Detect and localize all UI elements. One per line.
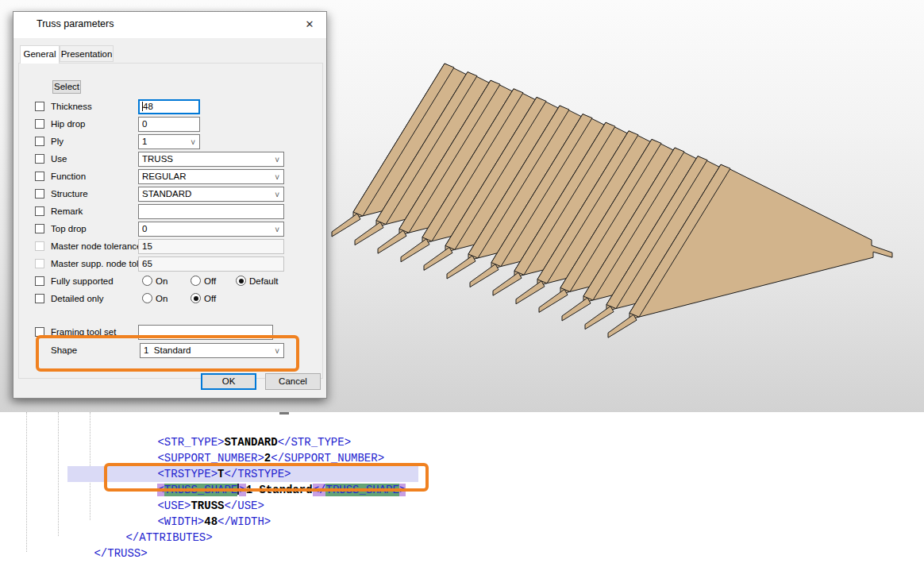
radio-label: On (156, 294, 167, 303)
chevron-down-icon: ˅ (191, 136, 195, 149)
field-label: Thickness (51, 102, 92, 111)
field-label: Top drop (51, 224, 87, 233)
indent-guide (58, 412, 59, 536)
radio-off[interactable] (191, 276, 201, 286)
radio-label: Default (249, 276, 278, 286)
xml-line: </ATTRIBUTES> (86, 514, 213, 530)
xml-line: </TRUSS> (54, 530, 148, 546)
field-label: Fully supported (51, 276, 114, 286)
chevron-down-icon: ˅ (275, 171, 279, 184)
radio-on[interactable] (142, 293, 152, 303)
radio-label: Off (204, 276, 216, 286)
chevron-down-icon: ˅ (275, 188, 279, 202)
top-drop-checkbox[interactable] (35, 224, 44, 233)
xml-code-panel[interactable]: <STR_TYPE>STANDARD</STR_TYPE> <SUPPORT_N… (0, 412, 924, 563)
radio-label: On (156, 276, 167, 286)
master-node-tolerance-input: 15 (138, 239, 284, 254)
chevron-down-icon: ˅ (275, 153, 279, 167)
close-icon[interactable]: ✕ (298, 17, 321, 33)
general-tab-page: Select Thickness 48 Hip drop 0 Ply 1˅ (18, 63, 323, 379)
function-checkbox[interactable] (35, 172, 44, 181)
thickness-checkbox[interactable] (35, 102, 44, 111)
field-row-function: Function REGULAR˅ (19, 169, 322, 185)
ply-checkbox[interactable] (35, 137, 44, 146)
structure-select[interactable]: STANDARD˅ (138, 187, 284, 202)
cancel-button[interactable]: Cancel (265, 373, 321, 390)
radio-on[interactable] (142, 276, 152, 286)
structure-checkbox[interactable] (35, 189, 44, 199)
tab-general[interactable]: General (20, 45, 60, 64)
application-window: <STR_TYPE>STANDARD</STR_TYPE> <SUPPORT_N… (0, 0, 924, 563)
field-row-master-supp-node-tol: Master supp. node tol. 65 (19, 256, 322, 272)
field-label: Master supp. node tol. (51, 259, 141, 268)
field-label: Structure (51, 189, 88, 199)
field-row-structure: Structure STANDARD˅ (19, 187, 322, 202)
field-row-ply: Ply 1˅ (19, 134, 322, 150)
radio-off[interactable] (191, 293, 201, 303)
master-node-tolerance-checkbox (35, 241, 44, 251)
xml-close-tag: </WIDTH> (218, 515, 271, 528)
clipped-text-fragment (279, 412, 289, 415)
dialog-titlebar[interactable]: Truss parameters ✕ (13, 12, 326, 38)
top-drop-select[interactable]: 0˅ (138, 222, 284, 237)
remark-checkbox[interactable] (35, 206, 44, 216)
remark-input[interactable] (138, 204, 284, 219)
field-row-remark: Remark (19, 204, 322, 220)
use-select[interactable]: TRUSS˅ (138, 152, 284, 167)
field-label: Ply (51, 137, 64, 146)
use-checkbox[interactable] (35, 154, 44, 164)
detailed-only-checkbox[interactable] (35, 294, 44, 303)
xml-line: <STR_TYPE>STANDARD</STR_TYPE> (117, 418, 351, 434)
field-row-master-node-tolerance: Master node tolerance 15 (19, 239, 322, 255)
tab-presentation[interactable]: Presentation (60, 45, 114, 62)
truss-parameters-dialog: Truss parameters ✕ General Presentation … (13, 11, 327, 399)
field-row-top-drop: Top drop 0˅ (19, 222, 322, 237)
master-supp-node-tol-input: 65 (138, 256, 284, 272)
field-row-hip-drop: Hip drop 0 (19, 117, 322, 133)
field-label: Remark (51, 206, 83, 216)
field-row-fully-supported: Fully supported On Off Default (19, 274, 322, 290)
field-row-detailed-only: Detailed only On Off (19, 291, 322, 307)
field-label: Detailed only (51, 294, 103, 303)
hip-drop-input[interactable]: 0 (138, 117, 200, 132)
hip-drop-checkbox[interactable] (35, 119, 44, 129)
master-supp-node-tol-checkbox (35, 259, 44, 268)
chevron-down-icon: ˅ (275, 223, 279, 237)
fully-supported-checkbox[interactable] (35, 276, 44, 286)
field-label: Function (51, 172, 86, 181)
radio-default[interactable] (236, 276, 246, 286)
xml-line: </TRUSSES> (22, 546, 129, 561)
function-select[interactable]: REGULAR˅ (138, 169, 284, 184)
indent-guide (26, 412, 27, 552)
field-label: Use (51, 154, 67, 164)
dialog-title: Truss parameters (37, 18, 114, 29)
xml-line: <WIDTH>48</WIDTH> (117, 498, 271, 514)
annotation-box-shape-row (36, 335, 299, 372)
select-button[interactable]: Select (52, 80, 81, 94)
field-label: Master node tolerance (51, 241, 141, 251)
xml-line: <SUPPORT_NUMBER>2</SUPPORT_NUMBER> (117, 434, 384, 450)
field-row-thickness: Thickness 48 (19, 99, 322, 115)
ok-button[interactable]: OK (201, 373, 256, 390)
field-row-use: Use TRUSS˅ (19, 152, 322, 168)
thickness-input[interactable]: 48 (138, 99, 200, 114)
ply-select[interactable]: 1˅ (138, 134, 200, 149)
truss-3d-render (329, 44, 909, 345)
radio-label: Off (204, 294, 216, 303)
field-label: Hip drop (51, 119, 85, 129)
annotation-box-xml-truss-shape (104, 463, 429, 492)
